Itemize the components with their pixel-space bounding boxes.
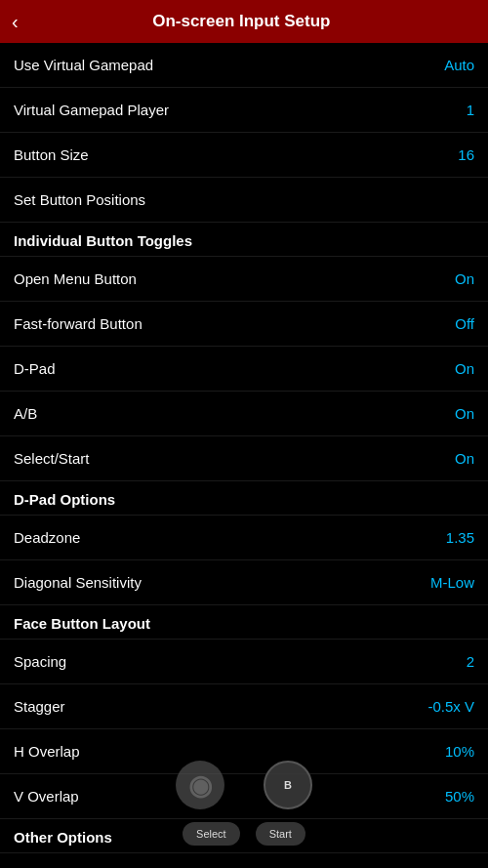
label-virtual-gamepad-player: Virtual Gamepad Player — [14, 102, 169, 118]
label-use-virtual-gamepad: Use Virtual Gamepad — [14, 57, 153, 73]
section-title-d-pad-options: D-Pad Options — [14, 491, 115, 508]
label-select-start: Select/Start — [14, 450, 90, 467]
menu-item-set-button-positions[interactable]: Set Button Positions — [0, 178, 488, 223]
label-diagonal-sensitivity: Diagonal Sensitivity — [14, 574, 142, 591]
menu-item-stagger[interactable]: Stagger-0.5x V — [0, 684, 488, 729]
value-v-overlap: 50% — [445, 788, 474, 805]
menu-item-button-size[interactable]: Button Size16 — [0, 133, 488, 178]
menu-item-use-virtual-gamepad[interactable]: Use Virtual GamepadAuto — [0, 43, 488, 88]
back-button[interactable]: ‹ — [12, 11, 19, 33]
label-deadzone: Deadzone — [14, 529, 80, 546]
label-v-overlap: V Overlap — [14, 788, 79, 805]
value-spacing: 2 — [467, 653, 474, 670]
menu-item-d-pad[interactable]: D-PadOn — [0, 347, 488, 392]
menu-item-deadzone[interactable]: Deadzone1.35 — [0, 516, 488, 560]
value-button-size: 16 — [458, 146, 474, 163]
value-stagger: -0.5x V — [427, 698, 474, 715]
section-title-face-button-layout: Face Button Layout — [14, 615, 150, 632]
menu-item-spacing[interactable]: Spacing2 — [0, 640, 488, 684]
label-ab: A/B — [14, 405, 37, 422]
value-use-virtual-gamepad: Auto — [444, 57, 474, 73]
menu-item-ab[interactable]: A/BOn — [0, 392, 488, 436]
label-d-pad: D-Pad — [14, 360, 56, 377]
label-open-menu-button: Open Menu Button — [14, 270, 137, 287]
value-deadzone: 1.35 — [446, 529, 474, 546]
section-title-individual-button-toggles: Individual Button Toggles — [14, 232, 192, 249]
value-virtual-gamepad-player: 1 — [467, 102, 474, 118]
value-open-menu-button: On — [455, 270, 474, 287]
label-fast-forward-button: Fast-forward Button — [14, 315, 142, 332]
page-title: On-screen Input Setup — [26, 12, 457, 31]
app-header: ‹ On-screen Input Setup — [0, 0, 488, 43]
label-h-overlap: H Overlap — [14, 743, 80, 760]
menu-item-virtual-gamepad-player[interactable]: Virtual Gamepad Player1 — [0, 88, 488, 133]
menu-item-show-bounding-boxes[interactable]: Show Bounding BoxesOff — [0, 853, 488, 868]
section-header-d-pad-options: D-Pad Options — [0, 481, 488, 516]
label-button-size: Button Size — [14, 146, 89, 163]
menu-item-h-overlap[interactable]: H Overlap10% — [0, 729, 488, 774]
label-stagger: Stagger — [14, 698, 65, 715]
section-header-other-options: Other Options — [0, 819, 488, 853]
label-spacing: Spacing — [14, 653, 66, 670]
value-fast-forward-button: Off — [455, 315, 474, 332]
label-set-button-positions: Set Button Positions — [14, 191, 145, 208]
value-h-overlap: 10% — [445, 743, 474, 760]
menu-item-select-start[interactable]: Select/StartOn — [0, 436, 488, 481]
section-title-other-options: Other Options — [14, 829, 112, 846]
value-diagonal-sensitivity: M-Low — [430, 574, 474, 591]
value-ab: On — [455, 405, 474, 422]
section-header-face-button-layout: Face Button Layout — [0, 605, 488, 640]
menu-item-v-overlap[interactable]: V Overlap50% — [0, 774, 488, 819]
menu-item-open-menu-button[interactable]: Open Menu ButtonOn — [0, 257, 488, 302]
menu-item-fast-forward-button[interactable]: Fast-forward ButtonOff — [0, 302, 488, 347]
menu-item-diagonal-sensitivity[interactable]: Diagonal SensitivityM-Low — [0, 560, 488, 605]
value-select-start: On — [455, 450, 474, 467]
section-header-individual-button-toggles: Individual Button Toggles — [0, 223, 488, 257]
value-d-pad: On — [455, 360, 474, 377]
